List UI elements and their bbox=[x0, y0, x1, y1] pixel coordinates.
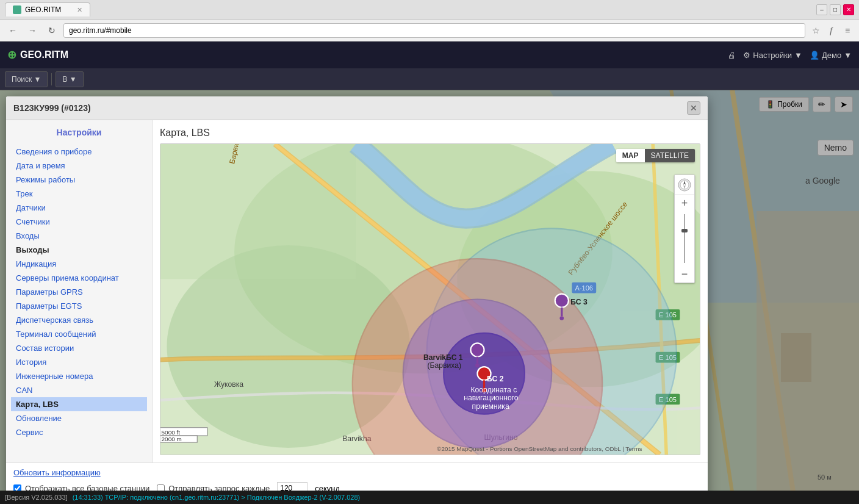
svg-text:5000 ft: 5000 ft bbox=[162, 429, 181, 436]
svg-point-30 bbox=[555, 294, 569, 308]
settings-btn[interactable]: ⚙ Настройки ▼ bbox=[743, 51, 802, 60]
svg-text:БС 3: БС 3 bbox=[570, 298, 588, 306]
modal-bottom: Обновить информацию Отображать все базов… bbox=[6, 463, 708, 491]
browser-titlebar: GEO.RITM ✕ – □ ✕ bbox=[0, 0, 859, 20]
sidebar-item-terminal[interactable]: Терминал сообщений bbox=[11, 327, 147, 341]
sidebar-item-can[interactable]: CAN bbox=[11, 383, 147, 397]
search-toggle-btn[interactable]: Поиск ▼ bbox=[5, 71, 48, 87]
svg-text:приемника: приемника bbox=[472, 402, 509, 411]
sidebar-item-counters[interactable]: Счетчики bbox=[11, 215, 147, 229]
svg-text:2000 m: 2000 m bbox=[162, 436, 182, 442]
app-toolbar: Поиск ▼ В ▼ bbox=[0, 68, 859, 90]
browser-frame: GEO.RITM ✕ – □ ✕ ← → ↻ ☆ ƒ ≡ ⊕ GEO.RITM bbox=[0, 0, 859, 504]
svg-point-36 bbox=[475, 364, 480, 368]
bottom-options: Отображать все базовые станции Отправлят… bbox=[13, 482, 700, 491]
map-btn[interactable]: MAP bbox=[616, 149, 645, 162]
map-zoom-control: + − bbox=[674, 175, 695, 283]
window-controls: – □ ✕ bbox=[816, 4, 854, 15]
show-all-bs-label: Отображать все базовые станции bbox=[13, 484, 149, 491]
map-outer: а Google 50 м 🚦 Пробки ✏ ➤ Nemo bbox=[0, 90, 859, 491]
sidebar-item-outputs[interactable]: Выходы bbox=[11, 243, 147, 257]
browser-toolbar: ← → ↻ ☆ ƒ ≡ bbox=[0, 20, 859, 41]
app-header-right: 🖨 ⚙ Настройки ▼ 👤 Демо ▼ bbox=[728, 51, 852, 60]
sidebar-item-track[interactable]: Трек bbox=[11, 187, 147, 201]
sidebar-item-egts[interactable]: Параметры EGTS bbox=[11, 299, 147, 313]
tab-title: GEO.RITM bbox=[25, 5, 61, 14]
svg-text:Координата с: Координата с bbox=[470, 386, 517, 394]
modal-body: Настройки Сведения о приборе Дата и врем… bbox=[6, 120, 708, 463]
minimize-btn[interactable]: – bbox=[816, 4, 827, 15]
zoom-slider[interactable] bbox=[684, 214, 685, 263]
tab-close-btn[interactable]: ✕ bbox=[77, 6, 82, 14]
print-btn[interactable]: 🖨 bbox=[728, 51, 736, 60]
refresh-btn[interactable]: ↻ bbox=[44, 23, 60, 38]
sidebar: Настройки Сведения о приборе Дата и врем… bbox=[6, 120, 153, 463]
user-icon: 👤 bbox=[810, 51, 819, 60]
app-header: ⊕ GEO.RITM 🖨 ⚙ Настройки ▼ 👤 Демо ▼ bbox=[0, 41, 859, 68]
settings-icon[interactable]: ƒ bbox=[825, 24, 838, 37]
modal-header: В123КУ999 (#0123) ✕ bbox=[6, 96, 708, 120]
zoom-out-btn[interactable]: − bbox=[675, 265, 694, 283]
logo-text: GEO.RITM bbox=[20, 49, 68, 60]
send-request-label: Отправлять запрос каждые bbox=[157, 484, 270, 491]
send-request-checkbox[interactable] bbox=[157, 484, 165, 491]
menu-icon[interactable]: ≡ bbox=[841, 24, 854, 37]
browser-toolbar-right: ☆ ƒ ≡ bbox=[809, 24, 854, 37]
sidebar-item-servers[interactable]: Серверы приема координат bbox=[11, 271, 147, 285]
sidebar-item-datetime[interactable]: Дата и время bbox=[11, 159, 147, 173]
modal-overlay: В123КУ999 (#0123) ✕ Настройки Сведения о… bbox=[0, 90, 859, 491]
demo-label: Демо bbox=[822, 51, 841, 60]
sidebar-item-update[interactable]: Обновление bbox=[11, 411, 147, 425]
sidebar-item-gprs[interactable]: Параметры GPRS bbox=[11, 285, 147, 299]
sidebar-item-map-lbs[interactable]: Карта, LBS bbox=[11, 397, 147, 411]
modal-close-btn[interactable]: ✕ bbox=[687, 101, 700, 115]
app-logo: ⊕ GEO.RITM bbox=[7, 48, 68, 62]
modal-dialog: В123КУ999 (#0123) ✕ Настройки Сведения о… bbox=[6, 96, 708, 491]
svg-text:БС 2: БС 2 bbox=[487, 375, 504, 383]
settings-icon: ⚙ bbox=[743, 51, 750, 60]
svg-text:(Барвиха): (Барвиха) bbox=[428, 361, 462, 370]
svg-text:навигационного: навигационного bbox=[464, 394, 519, 402]
version-label: [Версия V2.025.033] bbox=[5, 494, 68, 501]
sidebar-item-device-info[interactable]: Сведения о приборе bbox=[11, 145, 147, 159]
demo-btn[interactable]: 👤 Демо ▼ bbox=[810, 51, 852, 60]
forward-btn[interactable]: → bbox=[24, 23, 40, 38]
connection-label: (14:31:33) TCP/IP: подключено (cn1.geo.r… bbox=[73, 494, 361, 501]
sidebar-item-history[interactable]: История bbox=[11, 355, 147, 369]
address-bar[interactable] bbox=[63, 23, 805, 38]
update-link[interactable]: Обновить информацию bbox=[13, 468, 101, 477]
compass-icon bbox=[678, 178, 691, 192]
app-container: ⊕ GEO.RITM 🖨 ⚙ Настройки ▼ 👤 Демо ▼ bbox=[0, 41, 859, 504]
seconds-label: секунд bbox=[315, 484, 340, 491]
modal-title: В123КУ999 (#0123) bbox=[13, 103, 91, 113]
sidebar-item-sensors[interactable]: Датчики bbox=[11, 201, 147, 215]
svg-rect-11 bbox=[160, 144, 356, 279]
vehicles-btn[interactable]: В ▼ bbox=[56, 71, 83, 87]
status-bar: [Версия V2.025.033] (14:31:33) TCP/IP: п… bbox=[0, 491, 859, 504]
interval-input[interactable] bbox=[277, 482, 307, 491]
window-close-btn[interactable]: ✕ bbox=[843, 4, 854, 15]
sidebar-item-history-comp[interactable]: Состав истории bbox=[11, 341, 147, 355]
sidebar-item-indication[interactable]: Индикация bbox=[11, 257, 147, 271]
show-all-bs-checkbox[interactable] bbox=[13, 484, 21, 491]
svg-text:©2015 MapQuest - Portions  Ope: ©2015 MapQuest - Portions OpenStreetMap … bbox=[437, 445, 642, 452]
content-area: Карта, LBS bbox=[153, 120, 708, 463]
map-container[interactable]: Рублёво-Успенское шоссе Барвихинское шос… bbox=[160, 143, 700, 455]
svg-text:Жуковка: Жуковка bbox=[214, 380, 243, 389]
sidebar-item-modes[interactable]: Режимы работы bbox=[11, 173, 147, 187]
browser-tab[interactable]: GEO.RITM ✕ bbox=[5, 2, 90, 16]
zoom-in-btn[interactable]: + bbox=[675, 195, 694, 212]
svg-point-34 bbox=[470, 343, 484, 356]
sidebar-item-eng-numbers[interactable]: Инженерные номера bbox=[11, 369, 147, 383]
maximize-btn[interactable]: □ bbox=[830, 4, 841, 15]
map-type-control: MAP SATELLITE bbox=[616, 149, 695, 162]
satellite-btn[interactable]: SATELLITE bbox=[645, 149, 695, 162]
sidebar-item-dispatch[interactable]: Диспетчерская связь bbox=[11, 313, 147, 327]
map-svg: Рублёво-Успенское шоссе Барвихинское шос… bbox=[160, 144, 700, 455]
back-btn[interactable]: ← bbox=[5, 23, 21, 38]
map-compass-btn[interactable] bbox=[675, 175, 694, 195]
zoom-thumb[interactable] bbox=[681, 229, 688, 232]
bookmark-icon[interactable]: ☆ bbox=[809, 24, 822, 37]
sidebar-item-inputs[interactable]: Входы bbox=[11, 229, 147, 243]
sidebar-item-service[interactable]: Сервис bbox=[11, 425, 147, 439]
